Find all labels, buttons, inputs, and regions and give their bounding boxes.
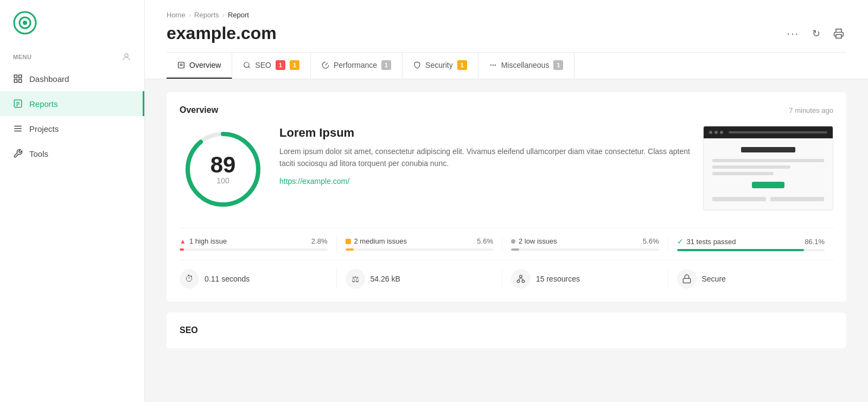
score-inner: 89 100 — [210, 154, 236, 185]
breadcrumb-sep-1: › — [189, 11, 191, 19]
dashboard-icon — [13, 74, 23, 84]
seo-title: SEO — [180, 326, 198, 335]
issue-passed-pct: 86.1% — [805, 238, 825, 246]
issue-passed: ✓ 31 tests passed 86.1% — [668, 237, 834, 251]
header-actions: ··· ↻ — [784, 25, 846, 42]
issue-high-pct: 2.8% — [311, 237, 328, 245]
svg-line-27 — [521, 278, 524, 280]
main-content: Home › Reports › Report example.com ··· … — [145, 0, 868, 402]
mockup-dot-1 — [709, 131, 712, 134]
page-header: Home › Reports › Report example.com ··· … — [145, 0, 868, 79]
refresh-button[interactable]: ↻ — [810, 25, 822, 42]
svg-rect-28 — [683, 278, 691, 283]
issue-low: 2 low issues 5.6% — [502, 237, 668, 251]
issue-medium-label: 2 medium issues — [346, 237, 407, 245]
breadcrumb-sep-2: › — [222, 11, 225, 19]
preview-mockup — [703, 126, 833, 210]
performance-tab-icon — [322, 61, 329, 69]
svg-point-18 — [493, 65, 493, 65]
overview-description: Lorem Ipsum Lorem ipsum dolor sit amet, … — [279, 126, 690, 186]
sidebar-item-tools[interactable]: Tools — [0, 141, 144, 166]
overview-header: Overview 7 minutes ago — [180, 105, 833, 115]
seo-tab-icon — [243, 61, 251, 69]
overview-tab-icon — [177, 61, 185, 69]
mockup-line-2 — [712, 165, 790, 169]
mockup-footer-block-1 — [712, 197, 766, 201]
overview-link[interactable]: https://example.com/ — [279, 177, 349, 186]
sidebar: MENU Dashboard Reports Projects — [0, 0, 145, 402]
tab-security[interactable]: Security 1 — [403, 53, 478, 79]
page-content: Overview 7 minutes ago 89 100 — [145, 79, 868, 361]
issue-low-pct: 5.6% — [643, 237, 659, 245]
mockup-line-1 — [712, 159, 824, 162]
svg-rect-12 — [836, 34, 841, 38]
mockup-footer-block-2 — [770, 197, 824, 201]
svg-line-17 — [248, 67, 250, 68]
sidebar-item-projects[interactable]: Projects — [0, 116, 144, 141]
overview-heading: Lorem Ipsum — [279, 126, 690, 140]
stat-size: ⚖ 54.26 kB — [336, 269, 502, 289]
resources-icon — [511, 269, 531, 289]
reports-icon — [13, 99, 23, 109]
overview-section: Overview 7 minutes ago 89 100 — [167, 92, 846, 302]
tab-overview[interactable]: Overview — [167, 53, 232, 79]
breadcrumb: Home › Reports › Report — [167, 11, 846, 19]
score-circle: 89 100 — [180, 126, 266, 213]
circle-gray-icon — [511, 239, 515, 244]
svg-point-19 — [495, 65, 495, 65]
overview-title: Overview — [180, 105, 218, 115]
sidebar-navigation: Dashboard Reports Projects Tools — [0, 66, 144, 166]
svg-rect-5 — [19, 75, 22, 78]
issue-medium: 2 medium issues 5.6% — [336, 237, 502, 251]
sidebar-item-dashboard[interactable]: Dashboard — [0, 66, 144, 91]
issue-medium-bar — [346, 248, 494, 251]
secure-icon — [677, 269, 697, 289]
stats-row: ⏱ 0.11 seconds ⚖ 54.26 kB 15 resources — [180, 260, 833, 289]
triangle-icon: ▲ — [180, 238, 186, 245]
svg-point-3 — [125, 54, 128, 57]
svg-point-16 — [244, 62, 249, 67]
menu-label: MENU — [0, 46, 144, 66]
overview-main: 89 100 Lorem Ipsum Lorem ipsum dolor sit… — [180, 126, 833, 213]
issue-medium-pct: 5.6% — [477, 237, 493, 245]
issue-high-fill — [180, 248, 184, 251]
security-badge: 1 — [457, 60, 467, 70]
print-button[interactable] — [831, 26, 846, 41]
seo-section: SEO — [167, 312, 846, 348]
size-icon: ⚖ — [346, 269, 365, 289]
square-yellow-icon — [346, 239, 351, 244]
issue-low-bar — [511, 248, 659, 251]
sidebar-item-reports[interactable]: Reports — [0, 91, 144, 116]
stat-time: ⏱ 0.11 seconds — [180, 269, 336, 289]
svg-point-25 — [522, 280, 525, 283]
overview-timestamp: 7 minutes ago — [789, 106, 833, 114]
svg-rect-7 — [19, 80, 22, 82]
issue-passed-bar — [677, 249, 825, 251]
lock-icon — [682, 274, 692, 284]
mockup-dot-3 — [720, 131, 723, 134]
svg-rect-4 — [14, 75, 17, 78]
tab-seo[interactable]: SEO 1 1 — [232, 53, 311, 79]
page-title: example.com — [167, 23, 277, 43]
svg-point-24 — [517, 280, 520, 283]
score-value: 89 — [210, 154, 236, 176]
svg-point-20 — [490, 65, 491, 65]
issue-low-label: 2 low issues — [511, 237, 557, 245]
time-icon: ⏱ — [180, 269, 199, 289]
more-options-button[interactable]: ··· — [784, 25, 801, 42]
issues-row: ▲ 1 high issue 2.8% 2 medium issue — [180, 228, 833, 251]
security-tab-icon — [413, 61, 421, 69]
overview-desc-text: Lorem ipsum dolor sit amet, consectetur … — [279, 145, 690, 170]
issue-medium-fill — [346, 248, 354, 251]
stat-resources: 15 resources — [502, 269, 668, 289]
miscellaneous-tab-icon — [489, 61, 497, 69]
issue-high-label: ▲ 1 high issue — [180, 237, 227, 245]
mockup-line-3 — [712, 172, 774, 175]
issue-passed-fill — [677, 249, 805, 251]
tab-miscellaneous[interactable]: Miscellaneous 1 — [478, 53, 575, 79]
tab-performance[interactable]: Performance 1 — [311, 53, 403, 79]
print-icon — [833, 28, 844, 39]
mockup-footer — [704, 197, 833, 210]
svg-point-2 — [23, 21, 27, 25]
svg-line-26 — [519, 278, 521, 280]
